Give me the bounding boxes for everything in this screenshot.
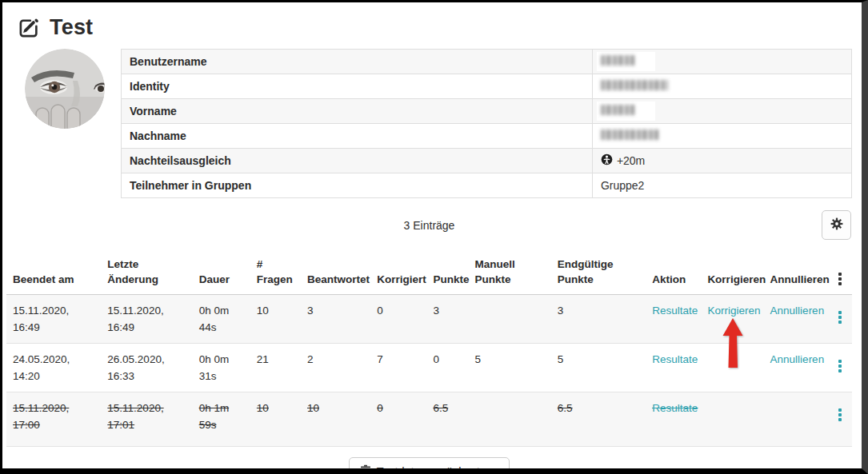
redacted-value [597, 77, 689, 96]
edit-pencil-square-icon [17, 16, 41, 40]
cell-endgueltig: 6.5 [551, 392, 646, 447]
info-value [592, 50, 851, 74]
resultate-link[interactable]: Resultate [652, 305, 698, 317]
participant-info-table: Benutzername Identity Vorname Nachname N… [121, 49, 852, 198]
time-extension-value: +20m [617, 154, 645, 167]
info-row-nachname: Nachname [122, 124, 852, 149]
col-fragen: # Fragen [250, 253, 301, 295]
resultate-link[interactable]: Resultate [652, 402, 698, 414]
info-value [592, 74, 851, 99]
test-attempts-table: Beendet am Letzte Änderung Dauer # Frage… [6, 253, 852, 447]
info-value: Gruppe2 [592, 173, 851, 198]
cell-beendet: 15.11.2020, 16:49 [6, 295, 101, 344]
accessibility-icon [601, 153, 613, 168]
info-row-nachteilsausgleich: Nachteilsausgleich +20m [122, 149, 852, 173]
cell-dauer: 0h 0m 44s [193, 295, 250, 344]
cell-korrigiert: 7 [370, 344, 426, 392]
cell-korrigiert: 0 [370, 295, 426, 344]
col-dauer: Dauer [193, 253, 250, 295]
info-value [592, 124, 851, 149]
col-manuell-punkte: Manuell Punkte [469, 253, 551, 295]
redacted-value [597, 102, 655, 121]
avatar [25, 49, 105, 129]
row-actions-kebab-icon[interactable] [836, 309, 844, 325]
col-korrigiert: Korrigiert [370, 253, 426, 295]
page-header: Test [17, 15, 852, 40]
page: Test [2, 2, 862, 468]
cell-annullieren-empty [764, 392, 830, 447]
col-letzte-aenderung: Letzte Änderung [101, 253, 192, 295]
cell-korrigieren-empty [701, 392, 763, 447]
cell-endgueltig: 5 [551, 344, 646, 392]
cell-endgueltig: 3 [551, 295, 646, 344]
annullieren-link[interactable]: Annullieren [770, 305, 825, 317]
cell-beendet: 24.05.2020, 14:20 [6, 344, 101, 392]
col-endgueltige-punkte: Endgültige Punkte [551, 253, 646, 295]
participant-profile: Benutzername Identity Vorname Nachname N… [25, 49, 852, 198]
cell-korrigiert: 0 [370, 392, 426, 447]
cell-punkte: 0 [426, 344, 468, 392]
entries-count: 3 Einträge [6, 219, 852, 232]
cell-dauer: 0h 0m 31s [193, 344, 250, 392]
row-actions-kebab-icon[interactable] [836, 358, 844, 374]
table-toolbar: 3 Einträge [6, 210, 852, 241]
table-header-row: Beendet am Letzte Änderung Dauer # Frage… [6, 253, 852, 295]
info-row-benutzername: Benutzername [122, 50, 852, 74]
col-beantwortet: Beantwortet [301, 253, 370, 295]
gear-icon [830, 217, 843, 233]
cell-letzte: 15.11.2020, 17:01 [101, 392, 192, 447]
korrigieren-link[interactable]: Korrigieren [707, 305, 760, 317]
attempt-row-1: 15.11.2020, 16:49 15.11.2020, 16:49 0h 0… [6, 295, 852, 344]
reset-button-label: Testdaten zurücksetzen [377, 465, 498, 474]
page-title: Test [50, 15, 93, 40]
info-label: Identity [122, 74, 593, 99]
col-menu [830, 253, 852, 295]
info-value [592, 99, 851, 124]
cell-punkte: 6.5 [426, 392, 468, 447]
cell-korrigieren-empty [701, 344, 763, 392]
column-options-kebab-icon[interactable] [836, 271, 844, 287]
redacted-value [597, 52, 655, 71]
info-label: Teilnehmer in Gruppen [122, 173, 593, 198]
cell-letzte: 15.11.2020, 16:49 [101, 295, 192, 344]
cell-beantwortet: 10 [301, 392, 370, 447]
reset-testdata-button[interactable]: Testdaten zurücksetzen [349, 457, 510, 474]
cell-manuell [469, 392, 551, 447]
cell-beendet: 15.11.2020, 17:00 [6, 392, 101, 447]
info-label: Benutzername [122, 50, 593, 74]
cell-beantwortet: 2 [301, 344, 370, 392]
info-label: Vorname [122, 99, 593, 124]
col-beendet-am: Beendet am [6, 253, 101, 295]
info-label: Nachname [122, 124, 593, 149]
info-row-gruppen: Teilnehmer in Gruppen Gruppe2 [122, 173, 852, 198]
info-label: Nachteilsausgleich [122, 149, 593, 173]
info-value: +20m [592, 149, 851, 173]
cell-fragen: 10 [250, 295, 301, 344]
trash-icon [360, 464, 371, 474]
annullieren-link[interactable]: Annullieren [770, 353, 825, 365]
cell-manuell [469, 295, 551, 344]
cell-letzte: 26.05.2020, 16:33 [101, 344, 192, 392]
cell-dauer: 0h 1m 59s [193, 392, 250, 447]
table-settings-button[interactable] [822, 210, 851, 240]
cell-fragen: 21 [250, 344, 301, 392]
info-row-vorname: Vorname [122, 99, 852, 124]
resultate-link[interactable]: Resultate [652, 353, 698, 365]
footer: Testdaten zurücksetzen [6, 457, 852, 474]
col-aktion: Aktion [646, 253, 701, 295]
attempt-row-2: 24.05.2020, 14:20 26.05.2020, 16:33 0h 0… [6, 344, 852, 392]
attempt-row-3-annulled: 15.11.2020, 17:00 15.11.2020, 17:01 0h 1… [6, 392, 852, 447]
cell-fragen: 10 [250, 392, 301, 447]
info-row-identity: Identity [122, 74, 852, 99]
redacted-value [597, 126, 679, 145]
cell-beantwortet: 3 [301, 295, 370, 344]
col-annullieren: Annullieren [764, 253, 830, 295]
col-korrigieren: Korrigieren [701, 253, 763, 295]
col-punkte: Punkte [426, 253, 468, 295]
cell-punkte: 3 [426, 295, 468, 344]
row-actions-kebab-icon[interactable] [836, 407, 844, 423]
cell-manuell: 5 [469, 344, 551, 392]
